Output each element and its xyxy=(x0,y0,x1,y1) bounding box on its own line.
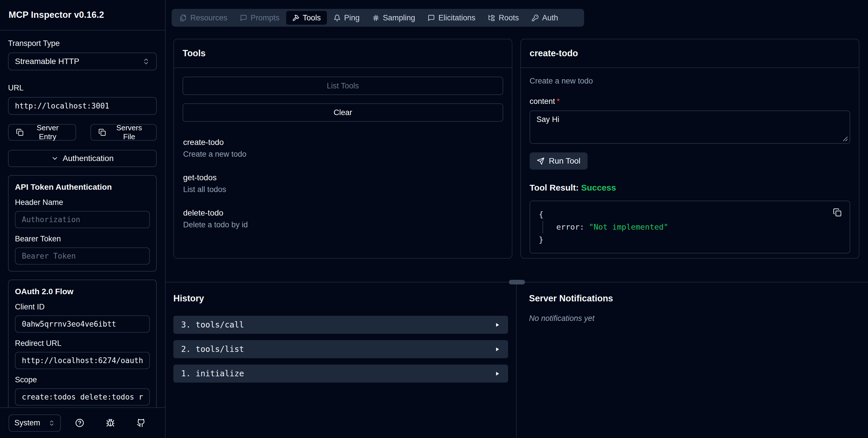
content-textarea[interactable]: Say Hi xyxy=(530,111,850,144)
transport-type-label: Transport Type xyxy=(8,39,157,48)
content-label-text: content xyxy=(530,97,555,105)
list-tools-button[interactable]: List Tools xyxy=(183,76,503,95)
expand-icon xyxy=(494,371,500,377)
tab-label: Auth xyxy=(542,13,558,22)
tab-roots[interactable]: Roots xyxy=(482,11,525,25)
sidebar: MCP Inspector v0.16.2 Transport Type Str… xyxy=(0,0,166,438)
history-item-label: 1. initialize xyxy=(181,369,244,378)
resize-handle-icon[interactable] xyxy=(842,136,848,142)
tab-elicitations[interactable]: Elicitations xyxy=(422,11,482,25)
tab-label: Prompts xyxy=(251,13,280,22)
redirect-url-input[interactable] xyxy=(15,352,150,369)
message-square-icon xyxy=(240,14,247,22)
tool-description: Create a new todo xyxy=(183,150,503,159)
tool-description: Delete a todo by id xyxy=(183,220,503,229)
copy-result-button[interactable] xyxy=(833,208,842,218)
github-button[interactable] xyxy=(136,418,146,427)
bottom-panels: History 3. tools/call 2. tools/list 1. i… xyxy=(166,282,868,438)
json-string-value: "Not implemented" xyxy=(589,222,668,231)
tab-prompts: Prompts xyxy=(234,11,286,25)
drag-handle[interactable] xyxy=(509,280,525,284)
api-token-title: API Token Authentication xyxy=(15,183,150,192)
github-icon xyxy=(136,418,146,427)
client-id-input[interactable] xyxy=(15,315,150,333)
tab-auth[interactable]: Auth xyxy=(526,11,564,25)
tool-list-item-delete-todo[interactable]: delete-todo Delete a todo by id xyxy=(183,208,503,229)
servers-file-label: Servers File xyxy=(110,123,149,141)
tool-name: delete-todo xyxy=(183,208,503,218)
servers-file-button[interactable]: Servers File xyxy=(90,124,157,140)
scope-input[interactable] xyxy=(15,388,150,406)
sidebar-body: Transport Type Streamable HTTP URL Serve… xyxy=(0,30,165,407)
chevrons-up-down-icon xyxy=(143,58,150,65)
authentication-toggle[interactable]: Authentication xyxy=(8,150,157,167)
json-open-brace: { xyxy=(539,208,841,221)
client-id-label: Client ID xyxy=(15,303,150,311)
tab-ping[interactable]: Ping xyxy=(328,11,366,25)
tool-list-item-get-todos[interactable]: get-todos List all todos xyxy=(183,173,503,194)
main-content: Resources Prompts Tools Ping Sampling El… xyxy=(166,0,868,438)
run-tool-button[interactable]: Run Tool xyxy=(530,152,588,169)
oauth-section: OAuth 2.0 Flow Client ID Redirect URL Sc… xyxy=(8,280,157,407)
transport-type-select[interactable]: Streamable HTTP xyxy=(8,53,157,70)
tools-panel-header: Tools xyxy=(174,39,512,68)
tab-label: Sampling xyxy=(383,13,415,22)
required-marker: * xyxy=(557,97,560,105)
footer-icons xyxy=(64,418,156,427)
bearer-token-input[interactable] xyxy=(15,247,150,264)
app-root: MCP Inspector v0.16.2 Transport Type Str… xyxy=(0,0,868,438)
tab-sampling[interactable]: Sampling xyxy=(366,11,422,25)
server-notifications-title: Server Notifications xyxy=(529,293,868,304)
message-square-icon xyxy=(428,14,435,22)
tools-panel-body: List Tools Clear create-todo Create a ne… xyxy=(174,68,512,258)
history-item-initialize[interactable]: 1. initialize xyxy=(174,365,508,383)
sidebar-header: MCP Inspector v0.16.2 xyxy=(0,0,165,30)
tab-label: Roots xyxy=(499,13,519,22)
bearer-token-label: Bearer Token xyxy=(15,234,150,243)
tool-result-status: Success xyxy=(581,183,616,192)
bell-icon xyxy=(334,14,341,22)
authentication-toggle-label: Authentication xyxy=(63,154,113,163)
content-textarea-value: Say Hi xyxy=(536,115,559,124)
horizontal-split-divider[interactable] xyxy=(166,282,868,282)
url-input[interactable] xyxy=(8,97,157,115)
tool-list-item-create-todo[interactable]: create-todo Create a new todo xyxy=(183,138,503,159)
json-close-brace: } xyxy=(539,233,841,246)
json-error-line: error: "Not implemented" xyxy=(542,221,841,233)
tool-name: get-todos xyxy=(183,173,503,182)
scope-label: Scope xyxy=(15,375,150,384)
server-entry-button[interactable]: Server Entry xyxy=(8,124,76,140)
tool-detail-description: Create a new todo xyxy=(530,76,850,86)
tools-panel-title: Tools xyxy=(183,48,206,59)
tool-name: create-todo xyxy=(183,138,503,147)
bug-button[interactable] xyxy=(106,418,115,427)
help-button[interactable] xyxy=(75,418,84,427)
chevron-down-icon xyxy=(51,155,59,162)
top-panels: Tools List Tools Clear create-todo Creat… xyxy=(174,39,859,259)
tab-tools[interactable]: Tools xyxy=(286,11,327,25)
history-list: 3. tools/call 2. tools/list 1. initializ… xyxy=(174,316,508,383)
transport-type-value: Streamable HTTP xyxy=(15,57,79,66)
hammer-icon xyxy=(292,14,299,22)
url-label: URL xyxy=(8,84,157,92)
history-title: History xyxy=(174,293,508,304)
help-circle-icon xyxy=(75,418,84,427)
tool-detail-panel: create-todo Create a new todo content* S… xyxy=(520,39,859,259)
tool-result-line: Tool Result: Success xyxy=(530,183,850,193)
tab-resources: Resources xyxy=(174,11,234,25)
tool-list: create-todo Create a new todo get-todos … xyxy=(183,138,503,229)
redirect-url-label: Redirect URL xyxy=(15,339,150,348)
oauth-title: OAuth 2.0 Flow xyxy=(15,287,150,296)
history-item-label: 3. tools/call xyxy=(181,320,244,330)
history-item-tools-list[interactable]: 2. tools/list xyxy=(174,340,508,358)
theme-select[interactable]: System xyxy=(9,414,61,432)
server-notifications-panel: Server Notifications No notifications ye… xyxy=(517,282,868,438)
folder-tree-icon xyxy=(488,14,495,22)
theme-select-value: System xyxy=(14,418,40,427)
history-item-tools-call[interactable]: 3. tools/call xyxy=(174,316,508,334)
copy-icon xyxy=(16,129,24,136)
clear-button[interactable]: Clear xyxy=(183,103,503,122)
header-name-input[interactable] xyxy=(15,211,150,228)
app-title: MCP Inspector v0.16.2 xyxy=(9,10,104,20)
send-icon xyxy=(537,157,545,165)
